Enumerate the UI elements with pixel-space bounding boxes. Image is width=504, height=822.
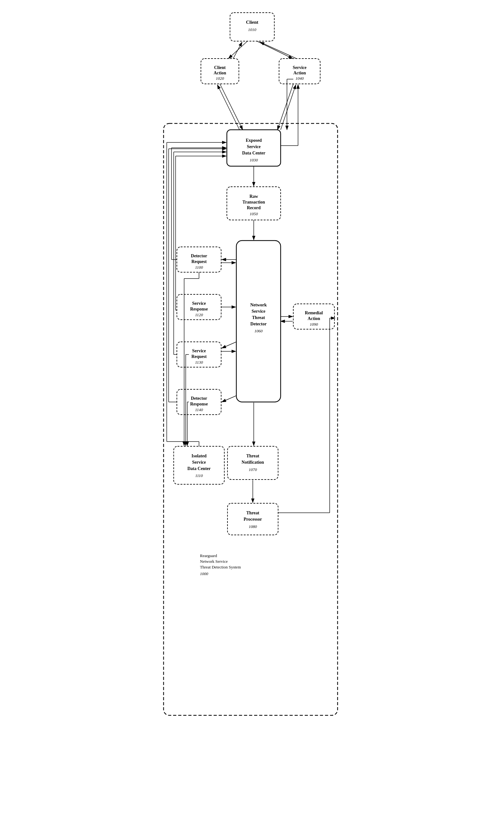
svg-line-73 [278, 84, 293, 130]
svg-text:Threat: Threat [246, 454, 259, 458]
svg-rect-12 [227, 130, 281, 166]
svg-text:Remedial: Remedial [305, 311, 323, 315]
svg-line-74 [281, 85, 296, 130]
svg-text:1060: 1060 [255, 329, 263, 333]
svg-text:Notification: Notification [241, 460, 264, 465]
svg-text:Threat Detection System: Threat Detection System [200, 565, 241, 569]
svg-line-70 [260, 42, 297, 59]
svg-rect-53 [227, 446, 278, 479]
svg-text:Rearguard: Rearguard [200, 553, 217, 558]
svg-rect-17 [227, 187, 281, 220]
svg-line-69 [257, 41, 293, 59]
svg-text:Record: Record [247, 206, 261, 210]
svg-rect-57 [227, 503, 278, 535]
svg-text:Detector: Detector [191, 254, 207, 258]
svg-text:Data Center: Data Center [242, 151, 265, 155]
svg-text:Network: Network [250, 303, 267, 307]
svg-text:Threat: Threat [252, 315, 265, 320]
svg-text:Response: Response [190, 402, 207, 406]
svg-text:Service: Service [251, 309, 266, 314]
svg-text:1010: 1010 [248, 27, 257, 32]
svg-text:1050: 1050 [249, 212, 258, 216]
svg-text:Client: Client [246, 20, 258, 25]
svg-text:Request: Request [191, 259, 206, 264]
svg-text:Service: Service [293, 65, 307, 70]
diagram-container: Client 1010 Client Action 1020 Service A… [154, 6, 350, 766]
svg-rect-48 [174, 446, 224, 484]
svg-text:1080: 1080 [249, 524, 257, 529]
svg-text:1090: 1090 [310, 322, 318, 327]
svg-text:Detector: Detector [250, 322, 267, 326]
svg-text:Exposed: Exposed [245, 138, 262, 143]
svg-line-82 [222, 396, 236, 402]
svg-rect-36 [177, 342, 221, 367]
svg-text:Network Service: Network Service [200, 559, 228, 564]
svg-text:1040: 1040 [296, 76, 304, 81]
svg-rect-32 [177, 294, 221, 320]
svg-rect-8 [279, 59, 320, 84]
svg-text:Action: Action [213, 71, 226, 75]
svg-rect-0 [163, 123, 338, 715]
svg-text:Request: Request [191, 354, 206, 359]
svg-text:1030: 1030 [249, 157, 258, 162]
svg-text:Service: Service [192, 301, 206, 306]
svg-text:1130: 1130 [195, 360, 203, 365]
svg-text:Raw: Raw [249, 194, 258, 199]
svg-text:1110: 1110 [195, 473, 203, 478]
svg-text:Threat: Threat [246, 510, 259, 515]
svg-line-68 [233, 42, 242, 59]
svg-rect-22 [236, 241, 281, 402]
svg-text:Action: Action [293, 71, 306, 75]
svg-rect-28 [177, 247, 221, 272]
svg-rect-40 [177, 389, 221, 415]
svg-text:1100: 1100 [195, 265, 203, 270]
svg-text:1070: 1070 [249, 467, 257, 472]
svg-rect-1 [230, 13, 274, 41]
svg-text:1000: 1000 [200, 571, 208, 576]
svg-line-67 [228, 41, 247, 59]
svg-text:1140: 1140 [195, 407, 203, 412]
svg-rect-44 [293, 304, 335, 329]
svg-text:1120: 1120 [195, 312, 203, 317]
svg-line-72 [217, 85, 239, 130]
svg-text:Service: Service [247, 144, 261, 149]
svg-text:Client: Client [214, 65, 225, 70]
svg-line-71 [220, 84, 243, 130]
svg-text:Response: Response [190, 307, 207, 312]
svg-rect-4 [201, 59, 239, 84]
svg-text:Isolated: Isolated [191, 454, 206, 458]
svg-text:Service: Service [192, 460, 206, 465]
svg-text:Detector: Detector [191, 396, 207, 401]
svg-text:Data Center: Data Center [187, 466, 210, 471]
svg-text:1020: 1020 [216, 76, 224, 81]
svg-line-80 [222, 342, 236, 348]
svg-text:Action: Action [308, 316, 320, 321]
svg-text:Transaction: Transaction [242, 200, 265, 204]
svg-text:Service: Service [192, 349, 206, 353]
svg-text:Processor: Processor [243, 517, 262, 522]
